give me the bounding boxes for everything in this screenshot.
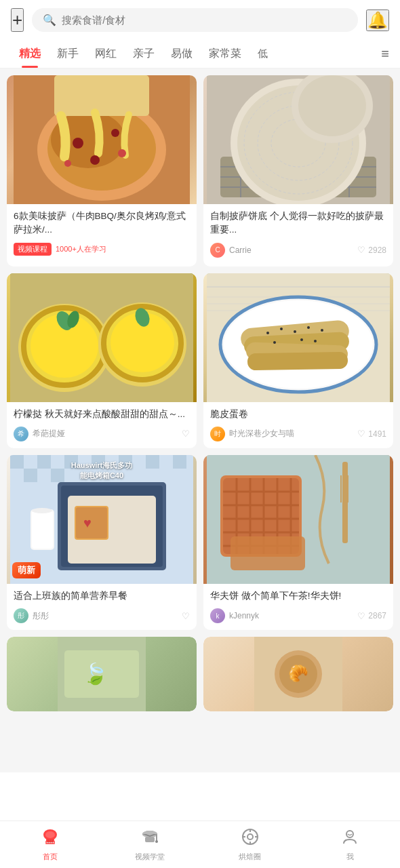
graduation-icon xyxy=(140,827,159,846)
heart-icon: ♡ xyxy=(182,429,190,439)
recipe-card-pizza-course[interactable]: 6款美味披萨（牛肉BBQ/奥尔良烤鸡/意式萨拉米/... 视频课程 1000+人… xyxy=(7,75,197,267)
recipe-grid: 6款美味披萨（牛肉BBQ/奥尔良烤鸡/意式萨拉米/... 视频课程 1000+人… xyxy=(0,68,400,637)
card-image xyxy=(203,75,393,204)
notification-button[interactable]: 🔔 xyxy=(366,9,389,31)
home-icon xyxy=(41,827,60,849)
card-footer: C Carrie ♡ 2928 xyxy=(210,243,386,258)
card-likes: ♡ 2867 xyxy=(357,611,386,621)
bottom-navigation: 首页 视频学堂 烘焙圈 xyxy=(0,821,400,868)
card-footer: 时 时光深巷少女与喵 ♡ 1491 xyxy=(210,427,386,441)
tab-beginner[interactable]: 新手 xyxy=(49,40,87,68)
svg-text:🥐: 🥐 xyxy=(288,663,308,683)
add-button[interactable]: + xyxy=(11,8,24,32)
recipe-card-breakfast[interactable]: ♥ Hauswirt海氏多功能电烤箱C40 萌新 适合上班族的简单营养早餐 彤 xyxy=(7,455,197,630)
profile-icon xyxy=(340,827,359,849)
card-image-wrap: ♥ Hauswirt海氏多功能电烤箱C40 萌新 xyxy=(7,455,197,584)
author-name: 彤彤 xyxy=(33,610,49,622)
author-name: 时光深巷少女与喵 xyxy=(229,428,294,439)
studying-count: 1000+人在学习 xyxy=(56,244,106,254)
likes-count: 2928 xyxy=(368,245,386,255)
svg-rect-99 xyxy=(231,536,305,570)
svg-point-6 xyxy=(111,129,119,137)
card-author: 彤 彤彤 xyxy=(14,608,49,623)
pizza-illustration xyxy=(14,75,190,204)
tab-featured[interactable]: 精选 xyxy=(11,40,49,68)
svg-point-5 xyxy=(73,138,83,149)
partial-card-2[interactable]: 🥐 xyxy=(203,637,393,711)
category-tabs: 精选 新手 网红 亲子 易做 家常菜 低 ≡ xyxy=(0,40,400,68)
svg-text:🍃: 🍃 xyxy=(83,662,108,686)
card-body: 柠檬挞 秋天就好来点酸酸甜甜的甜点～... 希 希葩提娅 ♡ xyxy=(7,402,197,448)
card-image xyxy=(7,273,197,402)
partial-recipe-row: 🍃 🥐 xyxy=(0,637,400,772)
person-icon xyxy=(340,827,359,846)
recipe-card-waffle[interactable]: 华夫饼 做个简单下午茶!华夫饼! k kJennyk ♡ 2867 xyxy=(203,455,393,630)
card-title: 自制披萨饼底 个人觉得一款好吃的披萨最重要... xyxy=(210,210,386,237)
card-footer: k kJennyk ♡ 2867 xyxy=(210,608,386,623)
svg-point-109 xyxy=(45,831,55,838)
pizza-base-illustration xyxy=(207,75,390,204)
card-author: 时 时光深巷少女与喵 xyxy=(210,427,294,441)
card-author: 希 希葩提娅 xyxy=(14,427,65,441)
card-image: ♥ Hauswirt海氏多功能电烤箱C40 萌新 xyxy=(7,455,197,584)
tab-viral[interactable]: 网红 xyxy=(87,40,125,68)
likes-count: 2867 xyxy=(368,611,386,620)
svg-rect-79 xyxy=(32,511,53,549)
nav-baking[interactable]: 烘焙圈 xyxy=(200,827,300,862)
card-image-wrap xyxy=(203,75,393,204)
svg-point-60 xyxy=(314,340,317,342)
svg-rect-98 xyxy=(347,475,348,502)
svg-point-58 xyxy=(273,341,276,344)
tab-low[interactable]: 低 xyxy=(249,41,276,67)
likes-count: 1491 xyxy=(368,429,386,439)
partial-food-2: 🥐 xyxy=(254,637,342,711)
brand-text: Hauswirt海氏多功能电烤箱C40 xyxy=(7,460,197,481)
svg-rect-96 xyxy=(340,475,342,502)
author-name: kJennyk xyxy=(229,611,259,620)
nav-me[interactable]: 我 xyxy=(300,827,401,862)
svg-point-54 xyxy=(280,328,283,330)
card-image xyxy=(203,455,393,584)
author-avatar: 希 xyxy=(14,427,28,441)
card-author: C Carrie xyxy=(210,243,252,258)
svg-point-9 xyxy=(118,149,126,157)
tab-family[interactable]: 亲子 xyxy=(125,40,163,68)
card-likes: ♡ xyxy=(182,429,190,439)
more-categories-button[interactable]: ≡ xyxy=(381,46,389,62)
card-image-wrap xyxy=(203,455,393,584)
svg-rect-52 xyxy=(247,351,348,370)
author-name: Carrie xyxy=(229,245,252,255)
video-course-tag: 视频课程 xyxy=(14,243,52,256)
svg-point-59 xyxy=(300,338,303,341)
heart-icon: ♡ xyxy=(357,429,365,439)
card-body: 适合上班族的简单营养早餐 彤 彤彤 ♡ xyxy=(7,584,197,630)
author-avatar: 彤 xyxy=(14,608,28,623)
card-tags: 视频课程 1000+人在学习 xyxy=(14,243,190,256)
nav-video-label: 视频学堂 xyxy=(135,852,165,862)
card-author: k kJennyk xyxy=(210,608,259,623)
card-title: 柠檬挞 秋天就好来点酸酸甜甜的甜点～... xyxy=(14,408,190,421)
author-avatar: 时 xyxy=(210,427,225,441)
nav-video[interactable]: 视频学堂 xyxy=(100,827,201,862)
search-bar[interactable]: 🔍 xyxy=(32,8,358,32)
recipe-card-egg-roll[interactable]: 脆皮蛋卷 时 时光深巷少女与喵 ♡ 1491 xyxy=(203,273,393,448)
svg-point-57 xyxy=(321,329,323,332)
recipe-card-pizza-base[interactable]: 自制披萨饼底 个人觉得一款好吃的披萨最重要... C Carrie ♡ 2928 xyxy=(203,75,393,267)
partial-card-1[interactable]: 🍃 xyxy=(7,637,197,711)
svg-rect-76 xyxy=(76,507,107,538)
recipe-card-lemon-tart[interactable]: 柠檬挞 秋天就好来点酸酸甜甜的甜点～... 希 希葩提娅 ♡ xyxy=(7,273,197,448)
tab-easy[interactable]: 易做 xyxy=(163,40,201,68)
heart-icon: ♡ xyxy=(357,611,365,621)
roll-illustration xyxy=(207,273,390,402)
search-input[interactable] xyxy=(62,14,347,26)
svg-rect-115 xyxy=(145,837,155,842)
nav-home[interactable]: 首页 xyxy=(0,827,100,862)
nav-baking-label: 烘焙圈 xyxy=(239,852,261,862)
tab-homestyle[interactable]: 家常菜 xyxy=(201,40,249,68)
card-image-wrap xyxy=(7,75,197,204)
partial-card-image-2: 🥐 xyxy=(203,637,393,711)
card-title: 脆皮蛋卷 xyxy=(210,408,386,421)
svg-point-126 xyxy=(346,831,353,837)
card-body: 自制披萨饼底 个人觉得一款好吃的披萨最重要... C Carrie ♡ 2928 xyxy=(203,204,393,264)
svg-point-53 xyxy=(266,332,269,334)
